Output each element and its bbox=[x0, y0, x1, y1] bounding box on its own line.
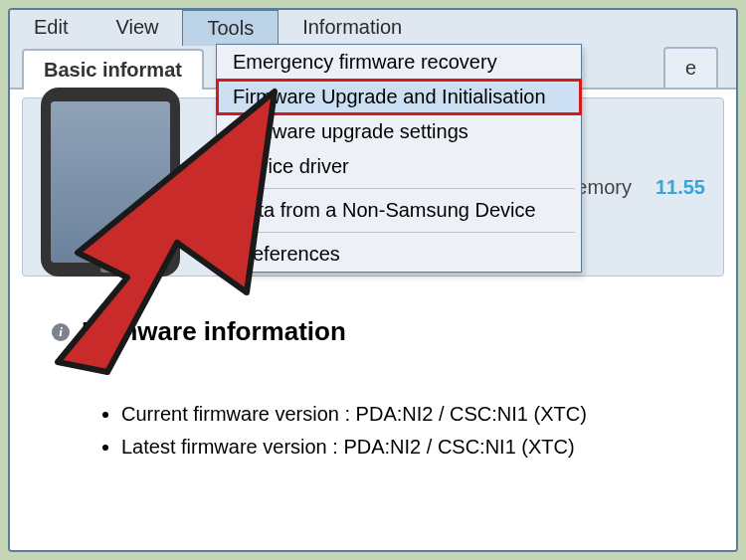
menu-item-firmware-upgrade-initialisation[interactable]: Firmware Upgrade and Initialisation bbox=[217, 80, 581, 114]
menu-item-emergency-recovery[interactable]: Emergency firmware recovery bbox=[217, 45, 581, 80]
firmware-latest-version: Latest firmware version : PDA:NI2 / CSC:… bbox=[121, 436, 724, 459]
menu-item-import-non-samsung[interactable]: Data from a Non-Samsung Device bbox=[217, 193, 581, 228]
menu-item-preferences[interactable]: Preferences bbox=[217, 237, 581, 272]
menu-item-device-driver[interactable]: Device driver bbox=[217, 149, 581, 184]
tab-basic-information[interactable]: Basic informat bbox=[22, 49, 204, 90]
tab-partial[interactable]: e bbox=[663, 47, 718, 88]
menu-tools[interactable]: Tools bbox=[182, 10, 279, 46]
firmware-heading-text: Firmware information bbox=[82, 316, 346, 347]
firmware-section: i Firmware information Current firmware … bbox=[22, 277, 724, 459]
tools-dropdown: Emergency firmware recovery Firmware Upg… bbox=[216, 44, 582, 273]
tablet-home-button-icon bbox=[100, 267, 120, 273]
firmware-current-version: Current firmware version : PDA:NI2 / CSC… bbox=[121, 403, 724, 426]
tablet-screen bbox=[51, 101, 170, 263]
menu-view[interactable]: View bbox=[92, 10, 182, 46]
menu-separator bbox=[223, 232, 575, 233]
device-tablet-icon bbox=[41, 88, 180, 277]
firmware-heading: i Firmware information bbox=[52, 316, 724, 347]
memory-value: 11.55 bbox=[655, 176, 705, 199]
menu-item-firmware-upgrade-settings[interactable]: Firmware upgrade settings bbox=[217, 114, 581, 149]
menu-information[interactable]: Information bbox=[279, 10, 426, 46]
info-icon: i bbox=[52, 323, 70, 341]
menu-separator bbox=[223, 188, 575, 189]
menubar: Edit View Tools Information bbox=[10, 10, 736, 46]
menu-edit[interactable]: Edit bbox=[10, 10, 92, 46]
firmware-list: Current firmware version : PDA:NI2 / CSC… bbox=[121, 403, 724, 459]
